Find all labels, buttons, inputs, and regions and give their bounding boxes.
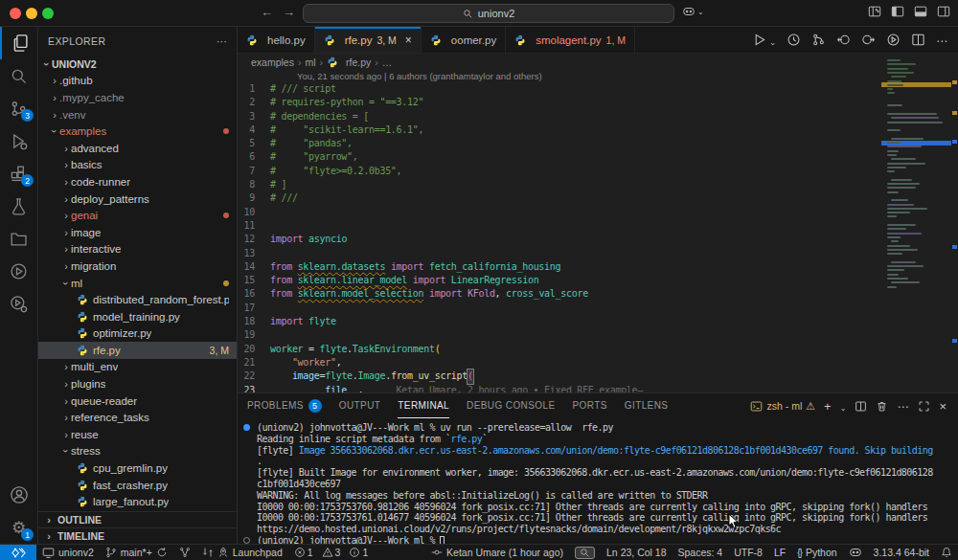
activity-bar-item-run-gear[interactable] [0,287,37,320]
panel-tab-debug-console[interactable]: DEBUG CONSOLE [467,393,555,418]
split-editor-icon[interactable] [911,33,925,47]
tree-item-code-runner[interactable]: ›code-runner [38,173,237,190]
panel-tab-gitlens[interactable]: GITLENS [625,393,669,418]
breadcrumb[interactable]: examples›ml›rfe.py›… [238,54,958,70]
minimap[interactable] [881,56,951,392]
tree-item-model_training.py[interactable]: model_training.py [38,308,237,325]
maximize-icon[interactable] [918,400,930,413]
panel-bottom-icon[interactable] [914,5,927,18]
status-item-eol[interactable]: LF [768,545,791,560]
activity-bar-item-source-control[interactable]: 3 [0,92,37,124]
trash-icon[interactable] [876,400,888,413]
status-item-problems[interactable]: 131 [288,545,379,560]
tree-item-advanced[interactable]: ›advanced [38,140,237,157]
layout-customize-icon[interactable] [868,5,881,18]
tree-item-queue-reader[interactable]: ›queue-reader [38,392,237,410]
copilot-menu-button[interactable]: ⌄ [682,5,704,18]
tree-item-plugins[interactable]: ›plugins [38,375,237,392]
terminal-link[interactable]: rfe.py [450,434,482,444]
tree-item-genai[interactable]: ›genai [38,207,237,224]
activity-bar-item-testing[interactable] [0,190,37,222]
sidebar-right-icon[interactable] [937,5,950,18]
panel-tab-problems[interactable]: PROBLEMS5 [247,393,322,418]
run-dropdown-icon[interactable]: ⌄ [769,32,776,49]
run-icon[interactable] [752,33,766,47]
status-item-cursor-position[interactable]: Ln 23, Col 18 [601,545,672,560]
editor-tab-oomer.py[interactable]: oomer.py [422,27,506,53]
status-item-gitlens-graph[interactable] [173,545,196,560]
sidebar-section-timeline[interactable]: ›TIMELINE [38,527,237,544]
split-icon[interactable] [855,400,867,413]
code-editor[interactable]: 1# /// script2# requires-python = "==3.1… [238,82,881,392]
tree-item-basics[interactable]: ›basics [38,157,237,174]
panel-tab-ports[interactable]: PORTS [573,393,607,418]
remote-indicator-button[interactable] [0,545,36,560]
status-item-git-branch[interactable]: main*+ [100,545,173,560]
overview-ruler[interactable] [951,56,958,392]
history-icon[interactable] [787,33,801,47]
tree-item-interactive[interactable]: ›interactive [38,241,237,258]
status-item-workspace[interactable]: unionv2 [36,545,100,560]
tree-item-migration[interactable]: ›migration [38,258,237,275]
command-decoration-filled[interactable] [243,424,250,431]
activity-bar-item-run-circle[interactable] [0,255,37,287]
tree-item-stress[interactable]: ›stress [38,443,237,460]
tree-item-reference_tasks[interactable]: ›reference_tasks [38,409,237,426]
tree-item-.github[interactable]: ›.github [38,73,237,90]
next-change-icon[interactable] [861,33,876,47]
zoom-window-button[interactable] [42,8,54,19]
explorer-more-actions-icon[interactable]: ⋯ [217,35,227,47]
more-icon[interactable]: ⋯ [897,397,909,414]
breadcrumb-item-…[interactable]: … [382,56,393,68]
terminal-instance-label[interactable]: zsh - ml⚠ [750,400,815,413]
plus-icon[interactable]: + [824,397,832,414]
tree-item-reuse[interactable]: ›reuse [38,426,237,443]
breadcrumb-item-ml[interactable]: ml [305,56,315,68]
activity-bar-item-account[interactable] [0,479,37,511]
tree-item-examples[interactable]: ›examples [38,123,237,140]
gitlens-authors-lens[interactable]: You, 21 seconds ago | 6 authors (grantha… [297,71,542,81]
git-graph-icon[interactable] [811,33,826,47]
more-actions-icon[interactable]: ⋯ [936,32,948,49]
tree-item-ml[interactable]: ›ml [38,275,237,292]
status-item-indentation[interactable]: Spaces: 4 [673,545,729,560]
tree-item-.mypy_cache[interactable]: ›.mypy_cache [38,89,237,106]
status-item-encoding[interactable]: UTF-8 [728,545,768,560]
tree-item-multi_env[interactable]: ›multi_env [38,359,237,376]
status-item-launchpad[interactable]: Launchpad [196,545,288,560]
close-icon[interactable]: × [939,397,947,414]
history-back-icon[interactable]: ← [261,5,273,19]
command-center-search[interactable]: unionv2 [303,4,674,23]
tree-item-rfe.py[interactable]: rfe.py3, M [38,342,237,359]
status-item-notifications[interactable] [935,545,958,560]
status-item-zoom-indicator[interactable] [569,545,601,560]
tree-item-distributed_random_forest.py[interactable]: distributed_random_forest.py [38,291,237,308]
activity-bar-item-extensions[interactable]: 2 [0,157,37,190]
status-item-python-version[interactable]: 3.13.4 64-bit [868,545,935,560]
editor-tab-smolagent.py[interactable]: smolagent.py1, M [506,27,635,53]
close-window-button[interactable] [10,8,21,19]
sidebar-left-icon[interactable] [891,5,904,18]
tree-item-image[interactable]: ›image [38,224,237,241]
sidebar-section-outline[interactable]: ›OUTLINE [38,511,237,527]
editor-tab-rfe.py[interactable]: rfe.py3, M× [315,27,422,53]
tree-item-.venv[interactable]: ›.venv [38,106,237,123]
breadcrumb-item-examples[interactable]: examples [251,56,294,68]
tree-root[interactable]: ›UNIONV2 [38,56,237,73]
terminal-link[interactable]: Image 356633062068.dkr.ecr.us-east-2.ama… [299,445,933,456]
minimize-window-button[interactable] [26,8,37,19]
tree-item-deploy_patterns[interactable]: ›deploy_patterns [38,190,237,208]
tree-item-optimizer.py[interactable]: optimizer.py [38,325,237,343]
panel-tab-terminal[interactable]: TERMINAL [398,393,449,418]
history-forward-icon[interactable]: → [283,5,295,19]
activity-bar-item-settings[interactable]: ⚙1 [0,511,37,544]
prev-change-icon[interactable] [836,33,851,47]
activity-bar-item-explorer[interactable] [0,27,37,59]
status-item-blame-info[interactable]: Ketan Umare (1 hour ago) [425,545,569,560]
run-below-icon[interactable] [886,33,901,47]
tree-item-fast_crasher.py[interactable]: fast_crasher.py [38,477,237,494]
activity-bar-item-run-debug[interactable] [0,124,37,157]
tree-item-cpu_gremlin.py[interactable]: cpu_gremlin.py [38,459,237,477]
tree-item-large_fanout.py[interactable]: large_fanout.py [38,493,237,510]
command-decoration-hollow[interactable] [243,537,250,544]
